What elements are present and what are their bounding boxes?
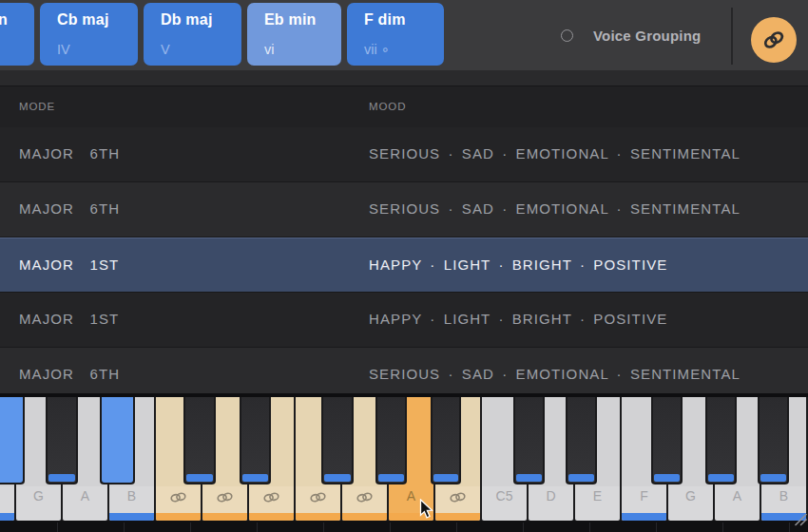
keyboard-bottom-strip — [0, 521, 808, 532]
chord-pad-f-dim[interactable]: F dimvii ∘ — [347, 3, 444, 66]
scale-indicator-strip — [433, 474, 458, 482]
key-label: B — [109, 488, 154, 504]
scale-indicator-strip — [708, 474, 734, 482]
voice-grouping-radio[interactable] — [561, 29, 573, 42]
scale-indicator-strip — [186, 474, 213, 482]
black-key[interactable] — [46, 397, 78, 484]
keyboard: GABAC5DEFGAB — [0, 393, 808, 532]
scale-indicator-strip — [109, 513, 154, 521]
key-label: B — [761, 488, 806, 504]
ruler-tick — [722, 522, 723, 532]
chord-name: n — [0, 11, 34, 28]
key-label: A — [63, 488, 107, 504]
scale-indicator-strip — [760, 474, 786, 482]
ruler-tick — [190, 522, 191, 532]
scale-indicator-strip — [516, 474, 542, 482]
scale-indicator-strip — [378, 474, 404, 482]
key-label: A — [389, 488, 433, 504]
mood-cell: HAPPY · LIGHT · BRIGHT · POSITIVE — [369, 311, 667, 327]
chain-link-icon — [342, 491, 387, 504]
black-key-pressed[interactable] — [0, 397, 25, 484]
black-key[interactable] — [705, 397, 737, 484]
key-label: F — [622, 488, 666, 504]
voice-grouping-label: Voice Grouping — [593, 28, 701, 44]
mood-cell: HAPPY · LIGHT · BRIGHT · POSITIVE — [369, 256, 667, 273]
black-key[interactable] — [651, 397, 683, 484]
black-key[interactable] — [513, 397, 545, 484]
ruler-tick — [57, 522, 58, 532]
scale-indicator-strip — [654, 474, 680, 482]
chord-pad-n[interactable]: n — [0, 3, 34, 66]
chord-link-button[interactable] — [751, 17, 797, 63]
black-key[interactable] — [321, 397, 354, 484]
toolbar-divider — [731, 8, 733, 65]
mood-cell: SERIOUS · SAD · EMOTIONAL · SENTIMENTAL — [369, 200, 741, 217]
key-label: D — [529, 488, 573, 504]
ruler-tick — [257, 522, 258, 532]
mode-cell: MAJOR 1ST — [19, 256, 119, 273]
chain-link-icon — [296, 491, 340, 504]
chord-name: Eb min — [264, 11, 341, 28]
key-label: G — [16, 488, 61, 504]
chord-name: F dim — [364, 11, 444, 28]
black-key[interactable] — [183, 397, 216, 484]
scale-indicator-strip — [0, 513, 14, 521]
chord-name: Db maj — [161, 11, 241, 28]
ruler-tick — [789, 522, 790, 532]
key-label: A — [715, 488, 760, 504]
black-key[interactable] — [431, 397, 461, 484]
scale-indicator-strip — [324, 474, 351, 482]
key-label: C5 — [482, 488, 527, 504]
ruler-tick — [456, 522, 457, 532]
table-row-selected[interactable]: MAJOR 1STHAPPY · LIGHT · BRIGHT · POSITI… — [0, 238, 808, 293]
scale-indicator-strip — [568, 474, 594, 482]
black-key[interactable] — [240, 397, 271, 484]
chord-pad-bar: nCb majIVDb majVEb minviF dimvii ∘ Voice… — [0, 0, 808, 70]
ruler-tick — [523, 522, 524, 532]
table-header: MODE MOOD — [0, 86, 808, 127]
mode-cell: MAJOR 1ST — [19, 311, 119, 327]
black-key[interactable] — [566, 397, 597, 484]
chord-name: Cb maj — [57, 11, 138, 28]
column-header-mode: MODE — [19, 101, 55, 112]
resize-handle-icon[interactable] — [795, 513, 808, 530]
black-key[interactable] — [758, 397, 789, 484]
column-header-mood: MOOD — [369, 101, 406, 112]
chain-link-icon — [435, 491, 480, 504]
table-row[interactable]: MAJOR 6THSERIOUS · SAD · EMOTIONAL · SEN… — [0, 127, 808, 182]
black-key[interactable] — [375, 397, 407, 484]
scale-indicator-strip — [249, 513, 294, 521]
mode-cell: MAJOR 6TH — [19, 145, 120, 162]
ruler-tick — [390, 522, 391, 532]
table-row[interactable]: MAJOR 1STHAPPY · LIGHT · BRIGHT · POSITI… — [0, 293, 808, 348]
chain-link-icon — [156, 491, 201, 504]
chord-roman-numeral: IV — [57, 42, 138, 57]
ruler-tick — [124, 522, 125, 532]
scale-indicator-strip — [48, 474, 75, 482]
scale-indicator-strip — [202, 513, 247, 521]
chain-link-icon — [761, 28, 786, 52]
chord-pad-eb-min[interactable]: Eb minvi — [247, 3, 341, 66]
scale-indicator-strip — [156, 513, 201, 521]
key-label: E — [575, 488, 620, 504]
ruler-tick — [656, 522, 657, 532]
mode-cell: MAJOR 6TH — [19, 366, 120, 382]
key-label: G — [668, 488, 713, 504]
mode-cell: MAJOR 6TH — [19, 200, 120, 217]
voice-grouping-control[interactable]: Voice Grouping — [561, 0, 701, 70]
chord-pad-cb-maj[interactable]: Cb majIV — [40, 3, 138, 66]
scale-indicator-strip — [389, 513, 433, 521]
ruler-tick — [589, 522, 590, 532]
scale-indicator-strip — [435, 513, 480, 521]
scale-indicator-strip — [622, 513, 666, 521]
mood-cell: SERIOUS · SAD · EMOTIONAL · SENTIMENTAL — [369, 145, 741, 162]
chord-pad-db-maj[interactable]: Db majV — [144, 3, 241, 66]
scale-indicator-strip — [296, 513, 340, 521]
chord-roman-numeral: vi — [264, 42, 341, 57]
table-row[interactable]: MAJOR 6THSERIOUS · SAD · EMOTIONAL · SEN… — [0, 182, 808, 238]
black-key-pressed[interactable] — [100, 397, 135, 484]
chain-link-icon — [249, 491, 294, 504]
scale-indicator-strip — [342, 513, 387, 521]
chord-trigger-window: { "chord_bar": { "buttons": [ {"label": … — [0, 0, 808, 532]
mood-cell: SERIOUS · SAD · EMOTIONAL · SENTIMENTAL — [369, 366, 741, 382]
